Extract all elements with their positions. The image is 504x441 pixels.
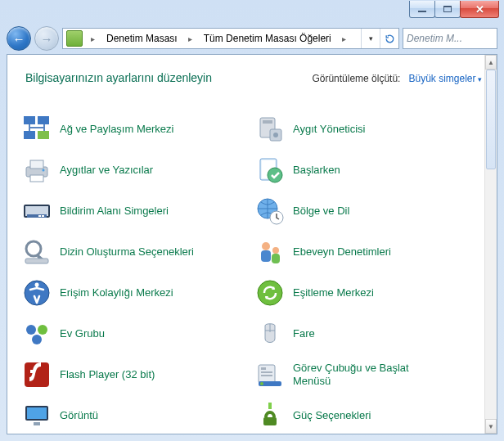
svg-point-22: [26, 241, 41, 256]
svg-rect-3: [38, 131, 49, 139]
svg-rect-40: [261, 375, 272, 376]
cp-item-taskbar-start[interactable]: Görev Çubuğu ve Başlat Menüsü: [252, 354, 485, 395]
cp-item-power-options[interactable]: Güç Seçenekleri: [252, 395, 485, 434]
item-label: Ağ ve Paylaşım Merkezi: [60, 123, 173, 136]
item-label: Başlarken: [293, 164, 340, 177]
taskbar-icon: [22, 196, 52, 226]
cp-item-parental-controls[interactable]: Ebeveyn Denetimleri: [252, 232, 485, 272]
control-panel-icon: [66, 30, 83, 47]
svg-rect-9: [30, 160, 43, 169]
items-grid: Ağ ve Paylaşım Merkezi Aygıt Yöneticisi …: [7, 104, 485, 434]
cp-item-flash-player[interactable]: Flash Player (32 bit): [19, 354, 252, 395]
network-icon: [22, 115, 52, 144]
svg-rect-46: [263, 417, 277, 425]
search-index-icon: [22, 237, 52, 267]
back-button[interactable]: [7, 26, 31, 51]
cp-item-mouse[interactable]: Fare: [252, 313, 485, 354]
cp-item-display[interactable]: Görüntü: [19, 395, 252, 434]
vertical-scrollbar[interactable]: ▲ ▼: [484, 55, 497, 434]
breadcrumb-seg-2[interactable]: Tüm Denetim Masası Öğeleri: [197, 29, 337, 48]
scroll-up-button[interactable]: ▲: [485, 55, 497, 70]
minimize-button[interactable]: [409, 1, 435, 18]
svg-rect-28: [272, 254, 280, 263]
svg-point-14: [268, 168, 282, 182]
chevron-right-icon[interactable]: [183, 33, 197, 44]
refresh-button[interactable]: [380, 29, 398, 48]
cp-item-region-language[interactable]: Bölge ve Dil: [252, 191, 485, 232]
svg-rect-0: [24, 116, 35, 124]
cp-item-device-manager[interactable]: Aygıt Yöneticisi: [252, 109, 485, 150]
item-label: Bildirim Alanı Simgeleri: [60, 205, 169, 218]
forward-button[interactable]: [34, 26, 59, 51]
close-button[interactable]: ✕: [460, 1, 499, 18]
homegroup-icon: [22, 319, 52, 349]
cp-item-ease-of-access[interactable]: Erişim Kolaylığı Merkezi: [19, 272, 252, 313]
close-icon: ✕: [475, 3, 484, 16]
item-label: Erişim Kolaylığı Merkezi: [60, 286, 173, 299]
scroll-track[interactable]: [485, 70, 497, 419]
scroll-down-button[interactable]: ▼: [485, 419, 497, 434]
item-label: Güç Seçenekleri: [293, 409, 371, 422]
item-label: Görüntü: [60, 409, 98, 422]
svg-point-7: [273, 133, 278, 137]
view-by-value: Büyük simgeler: [408, 73, 475, 84]
svg-point-27: [272, 247, 279, 254]
svg-rect-39: [261, 371, 272, 373]
printer-icon: [22, 155, 52, 185]
device-manager-icon: [255, 115, 285, 144]
svg-rect-38: [261, 367, 266, 370]
cp-item-devices-printers[interactable]: Aygıtlar ve Yazıcılar: [19, 150, 252, 191]
item-label: Flash Player (32 bit): [60, 368, 155, 381]
chevron-right-icon[interactable]: [86, 33, 100, 44]
power-icon: [255, 401, 285, 430]
svg-rect-26: [261, 250, 271, 262]
family-icon: [255, 237, 285, 267]
svg-rect-44: [27, 407, 47, 419]
svg-rect-19: [42, 215, 44, 217]
arrow-left-icon: [13, 32, 25, 46]
cp-item-network-sharing[interactable]: Ağ ve Paylaşım Merkezi: [19, 109, 252, 150]
svg-rect-10: [30, 175, 43, 182]
search-input[interactable]: Denetim M...: [403, 28, 497, 49]
taskbar-start-icon: [255, 360, 285, 389]
cp-item-sync-center[interactable]: Eşitleme Merkezi: [252, 272, 485, 313]
chevron-down-icon: [475, 73, 482, 84]
item-label: Aygıt Yöneticisi: [293, 123, 365, 136]
cp-item-homegroup[interactable]: Ev Grubu: [19, 313, 252, 354]
header-row: Bilgisayarınızın ayarlarını düzenleyin G…: [7, 55, 497, 96]
window-controls: ✕: [410, 1, 499, 18]
chevron-right-icon[interactable]: [337, 33, 351, 44]
flash-icon: [22, 360, 52, 389]
svg-rect-47: [268, 403, 272, 409]
svg-rect-5: [263, 120, 272, 124]
view-by-dropdown[interactable]: Büyük simgeler: [408, 73, 482, 84]
cp-item-notification-area[interactable]: Bildirim Alanı Simgeleri: [19, 191, 252, 232]
svg-rect-45: [34, 422, 40, 425]
svg-point-34: [38, 325, 47, 335]
maximize-button[interactable]: [434, 1, 461, 18]
svg-point-25: [262, 242, 270, 250]
window: ✕ Denetim Masası Tüm Denetim Masası Öğel…: [0, 0, 504, 441]
svg-point-33: [26, 325, 36, 335]
item-label: Ebeveyn Denetimleri: [293, 245, 391, 259]
getting-started-icon: [255, 155, 285, 185]
page-title: Bilgisayarınızın ayarlarını düzenleyin: [25, 71, 212, 84]
breadcrumb-seg-1[interactable]: Denetim Masası: [100, 29, 183, 48]
scroll-thumb[interactable]: [486, 70, 496, 169]
breadcrumb[interactable]: Denetim Masası Tüm Denetim Masası Öğeler…: [62, 28, 399, 49]
breadcrumb-history-dropdown[interactable]: [361, 29, 380, 48]
svg-point-11: [43, 169, 45, 172]
mouse-icon: [255, 319, 285, 349]
item-label: Bölge ve Dil: [293, 205, 349, 218]
svg-point-31: [35, 283, 39, 287]
search-placeholder: Denetim M...: [407, 33, 462, 44]
view-by-label: Görüntüleme ölçütü:: [312, 73, 400, 84]
svg-rect-24: [25, 259, 48, 263]
cp-item-getting-started[interactable]: Başlarken: [252, 150, 485, 191]
item-label: Aygıtlar ve Yazıcılar: [60, 164, 153, 177]
svg-point-32: [258, 281, 282, 305]
item-label: Eşitleme Merkezi: [293, 286, 374, 299]
arrow-right-icon: [41, 32, 53, 46]
cp-item-indexing-options[interactable]: Dizin Oluşturma Seçenekleri: [19, 232, 252, 272]
titlebar: ✕: [0, 0, 504, 25]
